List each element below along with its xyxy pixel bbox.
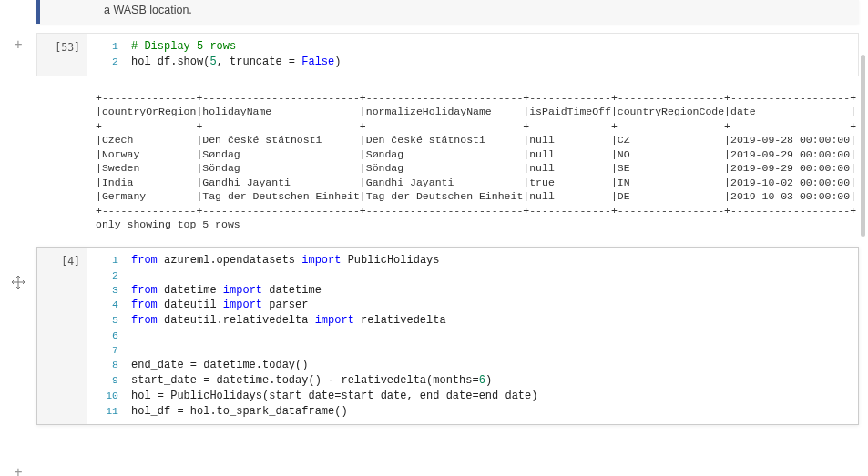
code-editor[interactable]: 1# Display 5 rows2hol_df.show(5, truncat…: [87, 34, 858, 76]
code-text: from azureml.opendatasets import PublicH…: [131, 253, 440, 268]
code-line[interactable]: 8end_date = datetime.today(): [97, 358, 849, 373]
code-text: from datetime import datetime: [131, 283, 322, 299]
code-line[interactable]: 11hol_df = hol.to_spark_dataframe(): [97, 404, 849, 420]
cell-gutter: +: [0, 451, 36, 476]
code-editor[interactable]: 1from azureml.opendatasets import Public…: [87, 248, 858, 425]
code-line[interactable]: 2hol_df.show(5, truncate = False): [97, 55, 849, 70]
add-cell-icon[interactable]: +: [14, 36, 22, 53]
line-number: 10: [97, 389, 118, 404]
code-text: from dateutil import parser: [131, 298, 308, 313]
line-number: 9: [97, 373, 118, 389]
code-line[interactable]: 1from azureml.opendatasets import Public…: [97, 253, 849, 268]
code-text: hol_df = hol.to_spark_dataframe(): [131, 404, 348, 420]
cell-gutter: +: [0, 24, 36, 53]
code-line[interactable]: 3from datetime import datetime: [97, 283, 849, 299]
line-number: 8: [97, 358, 118, 373]
code-line[interactable]: 6: [97, 329, 849, 343]
execution-count: [4]: [37, 248, 87, 425]
line-number: 11: [97, 404, 118, 420]
line-number: 4: [97, 298, 118, 313]
markdown-text: a WASB location.: [104, 4, 192, 16]
code-line[interactable]: 1# Display 5 rows: [97, 39, 849, 55]
add-cell-icon[interactable]: +: [14, 464, 22, 476]
code-text: hol_df.show(5, truncate = False): [131, 55, 341, 70]
code-line[interactable]: 2: [97, 268, 849, 283]
line-number: 5: [97, 313, 118, 329]
cell-output: +---------------+-----------------------…: [36, 86, 859, 238]
code-line[interactable]: 10hol = PublicHolidays(start_date=start_…: [97, 389, 849, 404]
code-text: # Display 5 rows: [131, 39, 236, 55]
code-cell[interactable]: [4] 1from azureml.opendatasets import Pu…: [36, 247, 859, 426]
line-number: 1: [97, 253, 118, 268]
code-text: end_date = datetime.today(): [131, 358, 308, 373]
line-number: 2: [97, 55, 118, 70]
code-line[interactable]: 9start_date = datetime.today() - relativ…: [97, 373, 849, 389]
line-number: 3: [97, 283, 118, 299]
markdown-cell-partial: a WASB location.: [36, 0, 859, 24]
line-number: 2: [97, 268, 118, 283]
execution-count: [53]: [37, 34, 87, 76]
cell-gutter: [0, 271, 36, 293]
code-text: from dateutil.relativedelta import relat…: [131, 313, 446, 329]
line-number: 6: [97, 329, 118, 343]
scrollbar-thumb[interactable]: [861, 55, 865, 237]
code-line[interactable]: 7: [97, 343, 849, 358]
code-text: hol = PublicHolidays(start_date=start_da…: [131, 389, 537, 404]
code-line[interactable]: 5from dateutil.relativedelta import rela…: [97, 313, 849, 329]
move-cell-icon[interactable]: [11, 275, 26, 293]
code-text: start_date = datetime.today() - relative…: [131, 373, 492, 389]
code-cell[interactable]: [53] 1# Display 5 rows2hol_df.show(5, tr…: [36, 33, 859, 76]
code-line[interactable]: 4from dateutil import parser: [97, 298, 849, 313]
line-number: 1: [97, 39, 118, 55]
line-number: 7: [97, 343, 118, 358]
